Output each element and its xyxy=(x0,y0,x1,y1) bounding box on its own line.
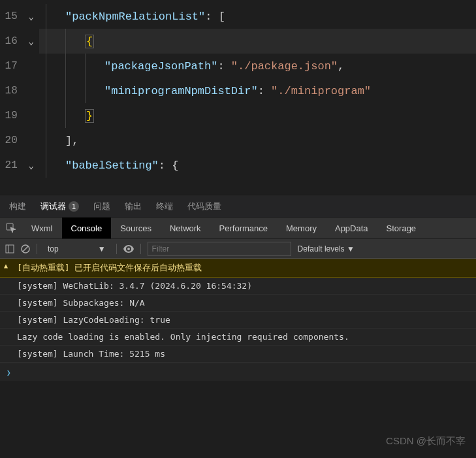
console-output[interactable]: [自动热重载] 已开启代码文件保存后自动热重载 [system] WeChatL… xyxy=(0,259,476,381)
line-number: 15 xyxy=(5,4,18,29)
live-expression-icon[interactable] xyxy=(123,245,134,253)
bottom-panel-tabs: 构建 调试器1 问题 输出 终端 代码质量 xyxy=(0,195,476,217)
tab-appdata[interactable]: AppData xyxy=(326,218,377,238)
tab-terminal[interactable]: 终端 xyxy=(156,201,173,212)
console-message[interactable]: Lazy code loading is enabled. Only injec… xyxy=(0,329,476,346)
tab-output[interactable]: 输出 xyxy=(125,201,142,212)
badge: 1 xyxy=(69,201,79,212)
tab-network[interactable]: Network xyxy=(161,218,210,238)
tab-code-quality[interactable]: 代码质量 xyxy=(187,201,221,212)
divider xyxy=(140,244,141,254)
line-number: 18 xyxy=(5,78,18,103)
tab-sources[interactable]: Sources xyxy=(111,218,161,238)
divider xyxy=(37,244,37,254)
line-number: 16 xyxy=(5,29,18,54)
code-content[interactable]: "packNpmRelationList": [ { "packageJsonP… xyxy=(39,0,476,195)
svg-rect-1 xyxy=(6,245,14,253)
gutter: 15 ⌄ 16 ⌄ 17 18 19 20 21 ⌄ xyxy=(0,0,39,195)
tab-wxml[interactable]: Wxml xyxy=(22,218,62,238)
code-line[interactable]: { xyxy=(39,29,476,54)
log-levels-selector[interactable]: Default levels ▼ xyxy=(298,244,355,254)
code-line[interactable]: "miniprogramNpmDistDir": "./miniprogram" xyxy=(39,78,476,103)
line-number: 21 xyxy=(5,153,18,178)
filter-input[interactable] xyxy=(148,242,291,256)
svg-line-4 xyxy=(23,246,28,252)
code-editor[interactable]: 15 ⌄ 16 ⌄ 17 18 19 20 21 ⌄ "packNpmRelat… xyxy=(0,0,476,195)
tab-debugger[interactable]: 调试器1 xyxy=(40,201,79,212)
console-message[interactable]: [system] WeChatLib: 3.4.7 (2024.6.20 16:… xyxy=(0,278,476,295)
line-number: 19 xyxy=(5,103,18,128)
element-inspector-icon[interactable] xyxy=(0,218,22,238)
code-line[interactable]: "babelSetting": { xyxy=(39,153,476,178)
code-line[interactable]: "packNpmRelationList": [ xyxy=(39,4,476,29)
toggle-sidebar-icon[interactable] xyxy=(5,244,14,254)
tab-console[interactable]: Console xyxy=(62,218,112,238)
console-toolbar: top▼ Default levels ▼ xyxy=(0,239,476,259)
fold-chevron-icon[interactable]: ⌄ xyxy=(29,36,34,47)
code-line[interactable]: } xyxy=(39,103,476,128)
tab-performance[interactable]: Performance xyxy=(210,218,277,238)
line-number: 17 xyxy=(5,54,18,78)
console-message[interactable]: [system] Subpackages: N/A xyxy=(0,295,476,312)
devtools-tabs: Wxml Console Sources Network Performance… xyxy=(0,217,476,239)
tab-memory[interactable]: Memory xyxy=(277,218,326,238)
fold-chevron-icon[interactable]: ⌄ xyxy=(29,11,34,22)
console-message[interactable]: [system] Launch Time: 5215 ms xyxy=(0,346,476,363)
line-number: 20 xyxy=(5,128,18,153)
console-message-warn[interactable]: [自动热重载] 已开启代码文件保存后自动热重载 xyxy=(0,259,476,278)
code-line[interactable]: ], xyxy=(39,128,476,153)
context-selector[interactable]: top▼ xyxy=(44,242,110,256)
console-message[interactable]: [system] LazyCodeLoading: true xyxy=(0,312,476,329)
watermark: CSDN @长而不宰 xyxy=(386,435,466,448)
divider xyxy=(116,244,117,254)
console-prompt[interactable] xyxy=(0,363,476,381)
tab-problems[interactable]: 问题 xyxy=(93,201,110,212)
clear-console-icon[interactable] xyxy=(21,244,30,254)
tab-storage[interactable]: Storage xyxy=(377,218,426,238)
fold-chevron-icon[interactable]: ⌄ xyxy=(29,160,34,171)
code-line[interactable]: "packageJsonPath": "./package.json", xyxy=(39,54,476,78)
tab-build[interactable]: 构建 xyxy=(9,201,26,212)
